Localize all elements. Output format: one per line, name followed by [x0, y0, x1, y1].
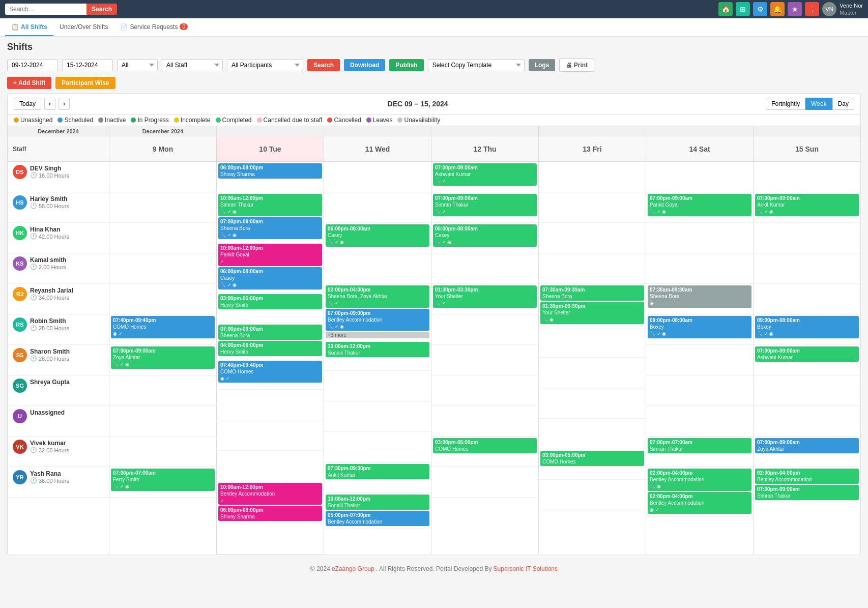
cell-harley-10[interactable]: 10:00am-12:00pmSimran Thakur🔧 ✓ ◉07:00pm…	[217, 192, 324, 242]
cell-yash-10[interactable]	[217, 524, 324, 555]
cell-sharon-13[interactable]	[539, 358, 646, 388]
cell-vivek-13[interactable]: 03:00pm-05:00pmCOMO Homes	[539, 449, 646, 480]
cell-harley-11[interactable]	[324, 192, 431, 223]
participants-filter-select[interactable]: All Participants	[227, 59, 303, 71]
cell-harley-13[interactable]	[539, 192, 646, 223]
grid-icon[interactable]: ⊞	[736, 2, 750, 16]
staff-filter-select[interactable]: All Staff	[162, 59, 223, 71]
cell-hina-10[interactable]: 10:00am-12:00pmPankit Goyal✓06:00pm-08:0…	[217, 242, 324, 292]
shift-block[interactable]: 06:00pm-08:00pmShivay Sharma	[218, 506, 322, 521]
cell-sharon-11[interactable]	[324, 371, 431, 401]
cell-shreya-15[interactable]	[754, 375, 860, 406]
day-view-btn[interactable]: Day	[832, 98, 854, 110]
cell-hina-9[interactable]	[109, 223, 216, 253]
shift-block[interactable]: 10:00am-12:00pmPankit Goyal✓	[218, 244, 322, 266]
next-button[interactable]: ›	[59, 98, 70, 110]
cell-yash-9[interactable]: 07:00pm-07:00amFerry Smith🔧 ✓ ◉	[109, 467, 216, 498]
shift-block[interactable]: 10:00am-12:00pmSonalii Thakur	[326, 342, 429, 357]
cell-dev-9[interactable]	[109, 162, 216, 192]
cell-vivek-9[interactable]	[109, 437, 216, 467]
copy-template-select[interactable]: Select Copy Template	[428, 59, 525, 71]
footer-company-link[interactable]: eZaango Group	[332, 565, 374, 572]
shift-block[interactable]: 02:00pm-04:00pmBentley Accommodation🔧 ◉	[648, 469, 751, 491]
cell-unassigned-10[interactable]	[217, 451, 324, 481]
shift-block[interactable]: 01:30pm-03:30pmYour Shelter🔧 ◉	[540, 302, 644, 324]
cell-shreya-14[interactable]	[646, 375, 753, 406]
shift-block[interactable]: 03:00pm-05:00pmCOMO Homes	[540, 451, 644, 466]
cell-vivek-15[interactable]: 07:00pm-09:00amZoya Akhtar	[754, 437, 860, 467]
participant-wise-button[interactable]: Participant Wise	[55, 77, 115, 89]
shift-block[interactable]: 01:30pm-03:30pmYour Shelter🔧 ✓	[433, 285, 537, 308]
cell-hina-14[interactable]	[646, 223, 753, 253]
cell-dev-14[interactable]	[646, 162, 753, 192]
cell-robin-9[interactable]: 07:40pm-09:40pmCOMO Homes◉ ✓	[109, 314, 216, 345]
cell-reyansh-13[interactable]: 07:30am-09:30amSheena Bora01:30pm-03:30p…	[539, 284, 646, 327]
shift-block[interactable]: 06:00pm-08:00pmShivay Sharma	[218, 163, 322, 179]
cell-vivek-14[interactable]: 07:00pm-07:00amSimran Thakur	[646, 437, 753, 467]
cell-kamal-11[interactable]	[324, 253, 431, 284]
cell-yash-15[interactable]: 02:00pm-04:00pmBentley Accommodation07:0…	[754, 467, 860, 503]
add-shift-button[interactable]: + Add Shift	[7, 77, 51, 89]
download-button[interactable]: Download	[344, 59, 385, 71]
shift-block[interactable]: 07:00pm-09:00amAshwani Kumar🔧 ✓	[433, 163, 537, 186]
shift-block[interactable]: 05:00pm-07:00pmBentley Accommodation	[326, 511, 429, 526]
cell-reyansh-9[interactable]	[109, 284, 216, 314]
cell-reyansh-14[interactable]: 07:30am-09:30amSheena Bora◉	[646, 284, 753, 314]
cell-kamal-14[interactable]	[646, 253, 753, 284]
shift-block[interactable]: 09:00pm-08:00amBoxey🔧 ✓ ◉	[755, 316, 859, 338]
cell-robin-10[interactable]: 07:40pm-09:40pmCOMO Homes◉ ✓	[217, 359, 324, 390]
cell-yash-11[interactable]: 10:00am-12:00pmSonalii Thakur05:00pm-07:…	[324, 493, 431, 529]
shift-block[interactable]: 10:00am-12:00pmSimran Thakur🔧 ✓ ◉	[218, 194, 322, 216]
cell-harley-15[interactable]: 07:00pm-09:00amAnkit Kumar🔧 ✓ ◉	[754, 192, 860, 223]
date-to-input[interactable]	[62, 59, 113, 71]
shift-block[interactable]: 07:00pm-07:00amFerry Smith🔧 ✓ ◉	[111, 469, 215, 491]
shift-block[interactable]: 06:00pm-08:00amCasey🔧 ✓ ◉	[433, 224, 537, 247]
shift-block[interactable]: 06:00pm-08:00amCasey🔧 ✓ ◉	[326, 224, 429, 247]
shift-block[interactable]: 03:00pm-05:00pmHenry Smith	[218, 294, 322, 309]
cell-harley-9[interactable]	[109, 192, 216, 223]
shift-block[interactable]: 06:00pm-08:00amCasey🔧 ✓ ◉	[218, 267, 322, 289]
cell-yash-12[interactable]	[431, 467, 538, 498]
shift-block[interactable]: 07:00pm-09:00amSimran Thakur	[755, 485, 859, 500]
star-icon[interactable]: ★	[788, 2, 802, 16]
cell-hina-15[interactable]	[754, 223, 860, 253]
cell-reyansh-15[interactable]	[754, 284, 860, 314]
shift-block[interactable]: 09:00pm-08:00amBoxey🔧 ✓ ◉	[648, 316, 751, 338]
cell-yash-13[interactable]	[539, 480, 646, 510]
cell-shreya-12[interactable]	[431, 375, 538, 406]
shift-block[interactable]: 07:00pm-09:00amZoya Akhtar🔧 ✓ ◉	[111, 346, 215, 369]
tab-service-requests[interactable]: 📄 Service Requests 0	[114, 18, 194, 36]
cell-kamal-13[interactable]	[539, 253, 646, 284]
print-button[interactable]: 🖨 Print	[559, 59, 594, 72]
shift-block[interactable]: 07:00pm-09:00amPankit Goyal🔧 ✓ ◉	[648, 194, 751, 216]
search-button[interactable]: Search	[86, 4, 117, 15]
shift-block[interactable]: 07:00pm-09:00amSimran Thakur🔧 ✓	[433, 194, 537, 216]
shift-block[interactable]: 10:00am-12:00pmSonalii Thakur	[326, 495, 429, 510]
cell-sharon-10[interactable]	[217, 390, 324, 420]
cell-sharon-14[interactable]	[646, 345, 753, 375]
cell-robin-15[interactable]: 09:00pm-08:00amBoxey🔧 ✓ ◉	[754, 314, 860, 345]
cell-hina-11[interactable]: 06:00pm-08:00amCasey🔧 ✓ ◉	[324, 223, 431, 253]
shift-block[interactable]: 07:00pm-09:00amSheena Bora	[218, 325, 322, 340]
cell-robin-12[interactable]	[431, 314, 538, 345]
tab-under-over[interactable]: Under/Over Shifts	[53, 18, 114, 36]
cell-reyansh-10[interactable]: 07:00pm-09:00amSheena Bora04:00pm-06:00p…	[217, 323, 324, 359]
cell-sharon-15[interactable]: 07:00pm-09:00amAshwani Kumar	[754, 345, 860, 375]
cell-dev-13[interactable]	[539, 162, 646, 192]
shift-block[interactable]: 07:30pm-09:30pmAnkit Kumar	[326, 464, 429, 479]
date-from-input[interactable]	[7, 59, 58, 71]
cell-dev-10[interactable]: 06:00pm-08:00pmShivay Sharma	[217, 162, 324, 192]
shift-block[interactable]: 02:00pm-04:00pmBentley Accommodation◉ ✓	[648, 492, 751, 514]
shift-block[interactable]: 07:00pm-09:00amZoya Akhtar	[755, 438, 859, 453]
cell-vivek-11[interactable]: 07:30pm-09:30pmAnkit Kumar	[324, 462, 431, 493]
shift-block[interactable]: 07:40pm-09:40pmCOMO Homes◉ ✓	[111, 316, 215, 338]
cell-unassigned-12[interactable]	[431, 406, 538, 437]
shift-block[interactable]: 10:00am-12:00pmBentley Accommodation✓	[218, 483, 322, 505]
cell-robin-11[interactable]: 10:00am-12:00pmSonalii Thakur	[324, 340, 431, 371]
cell-shreya-10[interactable]	[217, 420, 324, 451]
cell-hina-13[interactable]	[539, 223, 646, 253]
shift-block[interactable]: 07:00pm-09:00amAshwani Kumar	[755, 346, 859, 362]
fortnightly-view-btn[interactable]: Fortnightly	[766, 98, 805, 110]
cell-kamal-12[interactable]	[431, 253, 538, 284]
cell-vivek-12[interactable]: 03:00pm-05:00pmCOMO Homes	[431, 437, 538, 467]
